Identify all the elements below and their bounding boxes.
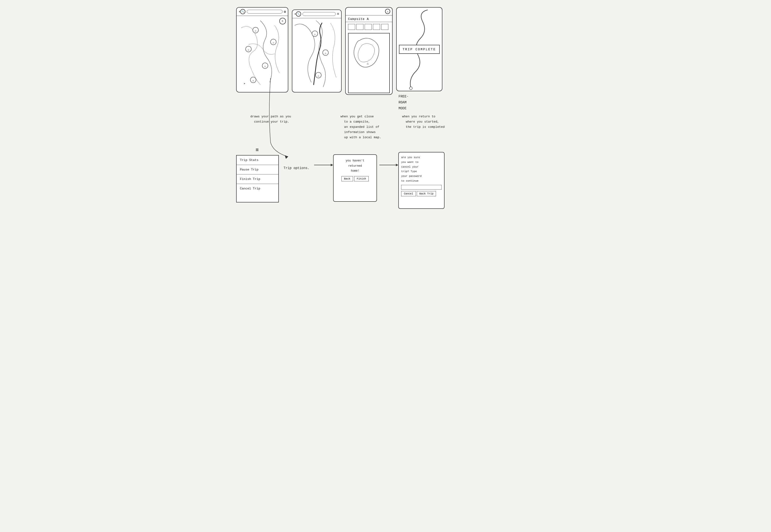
phone-header-2: ⬆ 🔍 ≡ [292, 10, 341, 18]
svg-marker-21 [331, 164, 333, 166]
map2-column: ⬆ 🔍 ≡ ↑ [292, 7, 342, 92]
warning-text: you haven't returned home! Back Finish [336, 158, 374, 181]
warning-section: you haven't returned home! Back Finish [333, 154, 377, 202]
hamburger-icon[interactable]: ≡ [279, 18, 286, 24]
svg-text:△: △ [325, 52, 326, 55]
arrow-to-confirm [379, 161, 398, 169]
map-phone-2: ⬆ 🔍 ≡ ↑ [292, 9, 342, 92]
map-area-2: ↑ △ △ △ [292, 18, 341, 89]
campsite-name: Campsite A [346, 15, 392, 22]
search-icon: 🔍 [240, 9, 245, 14]
search-bar [247, 10, 282, 14]
menu-item-trip-stats[interactable]: Trip Stats [237, 156, 278, 165]
thumb-4 [373, 24, 380, 30]
trip-options-label: Trip options. [284, 166, 309, 170]
local-map-svg: △ [349, 33, 389, 71]
warning-finish-btn[interactable]: Finish [354, 176, 369, 181]
complete-description: when you return to where you started, th… [402, 114, 457, 130]
svg-text:△: △ [255, 29, 256, 32]
confirm-cancel-btn[interactable]: Cancel [401, 191, 416, 196]
menu-section: ≡ Trip Stats Pause Trip Finish Trip Canc… [236, 147, 279, 202]
descriptions-row: draws your path as you continue your tri… [236, 114, 535, 140]
confirm-back-btn[interactable]: Back Trip [417, 191, 436, 196]
map1-column: ⬆ 🔍 ⚙ ≡ [236, 7, 288, 92]
arrow-svg-2 [379, 161, 398, 169]
menu-item-pause[interactable]: Pause Trip [237, 165, 278, 174]
page: ⬆ 🔍 ⚙ ≡ [231, 0, 540, 216]
svg-text:△: △ [318, 74, 319, 77]
confirm-text: are you sure you want to cancel your tri… [401, 155, 442, 196]
confirm-phone: are you sure you want to cancel your tri… [398, 152, 445, 209]
warning-phone: you haven't returned home! Back Finish [333, 154, 377, 202]
arrow-to-warning [314, 161, 333, 169]
map-svg-2: ↑ △ △ △ [292, 18, 342, 89]
thumb-5 [381, 24, 388, 30]
password-input[interactable] [401, 185, 442, 190]
confirm-buttons: Cancel Back Trip [401, 191, 442, 196]
campsite-header: △ [346, 8, 392, 15]
campsite-thumbnails [346, 22, 392, 32]
back-icon: ⬆ [239, 10, 240, 14]
thumb-1 [348, 24, 355, 30]
warning-back-btn[interactable]: Back [341, 176, 353, 181]
svg-point-19 [409, 87, 412, 90]
svg-text:△: △ [367, 62, 369, 65]
search-icon-2: 🔍 [296, 11, 301, 17]
thumb-3 [365, 24, 372, 30]
campsite-phone: △ Campsite A [345, 7, 393, 95]
back-icon-2: ⬆ [294, 12, 296, 16]
svg-text:△: △ [248, 48, 249, 51]
phone-header-1: ⬆ 🔍 ⚙ [237, 8, 288, 16]
warning-buttons: Back Finish [336, 176, 374, 181]
free-roam-label: FREE- ROAM MODE [399, 94, 442, 112]
menu-item-finish[interactable]: Finish Trip [237, 174, 278, 184]
svg-text:➤: ➤ [244, 82, 245, 86]
complete-phone: TRIP COMPLETE [396, 7, 442, 91]
map-area-1: ≡ △ △ △ [237, 16, 288, 89]
svg-text:△: △ [314, 33, 316, 36]
campsite-column: △ Campsite A [345, 7, 393, 95]
arrow-svg-1 [314, 161, 333, 169]
campsite-description: when you get close to a campsite, an exp… [340, 114, 395, 140]
svg-text:↑: ↑ [319, 43, 322, 47]
map-phone-1: ⬆ 🔍 ⚙ ≡ [236, 7, 288, 92]
gear-icon: ⚙ [284, 10, 286, 14]
thumb-2 [356, 24, 363, 30]
location-icon: △ [385, 9, 390, 14]
svg-text:△: △ [252, 79, 254, 82]
hamburger-icon-standalone[interactable]: ≡ [256, 147, 259, 153]
trip-complete-text: TRIP COMPLETE [403, 48, 436, 51]
map-description: draws your path as you continue your tri… [250, 114, 331, 124]
search-bar-2 [303, 12, 335, 16]
confirm-section: are you sure you want to cancel your tri… [398, 152, 445, 209]
menu-item-cancel[interactable]: Cancel Trip [237, 184, 278, 193]
trip-complete-box: TRIP COMPLETE [399, 45, 440, 54]
map-svg-1: △ △ △ △ △ ➤ [237, 16, 288, 89]
svg-text:△: △ [264, 65, 266, 68]
campsite-local-map: △ [348, 33, 390, 93]
svg-marker-23 [396, 164, 398, 166]
bottom-section: ≡ Trip Stats Pause Trip Finish Trip Canc… [236, 147, 535, 209]
hamburger-icon-2: ≡ [337, 12, 339, 16]
menu-panel: Trip Stats Pause Trip Finish Trip Cancel… [236, 155, 279, 202]
top-wireframes-section: ⬆ 🔍 ⚙ ≡ [236, 7, 535, 112]
svg-text:△: △ [273, 41, 274, 44]
complete-column: TRIP COMPLETE FREE- ROAM MODE [396, 7, 442, 112]
